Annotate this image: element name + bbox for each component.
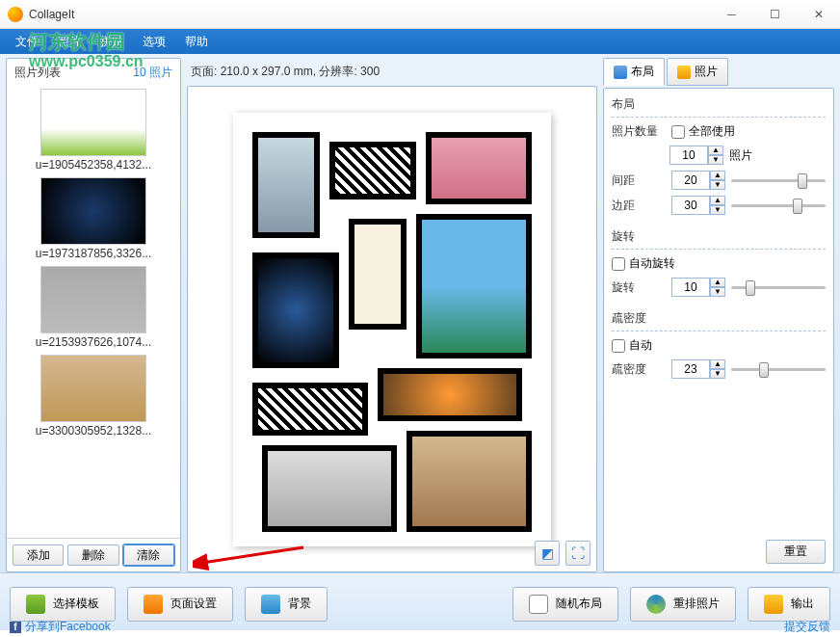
menu-options[interactable]: 选项 (133, 30, 175, 54)
rotate-stepper[interactable]: ▲▼ (671, 278, 725, 297)
collage-page[interactable] (233, 113, 551, 546)
section-sparse: 疏密度 (612, 310, 826, 327)
thumbnail-list[interactable]: u=1905452358,4132... u=1973187856,3326..… (7, 87, 180, 538)
menu-help[interactable]: 帮助 (175, 30, 218, 54)
thumbnail-image[interactable] (40, 355, 146, 422)
spacing-label: 间距 (612, 173, 666, 189)
facebook-icon: f (10, 622, 21, 633)
layout-icon (614, 66, 627, 79)
rearrange-button[interactable]: 重排照片 (630, 587, 736, 622)
thumbnail-caption: u=1905452358,4132... (11, 158, 176, 172)
close-button[interactable]: ✕ (797, 0, 840, 29)
margin-label: 边距 (612, 198, 666, 214)
menu-file[interactable]: 文件 (6, 30, 48, 54)
photo-list-title: 照片列表 (14, 65, 61, 81)
menu-photo[interactable]: 照片 (48, 30, 91, 54)
thumbnail-caption: u=1973187856,3326... (11, 247, 176, 260)
add-button[interactable]: 添加 (13, 544, 64, 566)
app-icon (8, 7, 23, 22)
clear-button[interactable]: 清除 (123, 544, 174, 566)
auto-sparse-checkbox[interactable] (612, 339, 625, 353)
page-icon (144, 595, 163, 614)
use-all-checkbox[interactable] (671, 125, 685, 139)
thumbnail-image[interactable] (40, 177, 146, 245)
photo-icon (677, 66, 691, 79)
spacing-slider[interactable] (731, 172, 826, 189)
sparse-stepper[interactable]: ▲▼ (671, 359, 725, 379)
menu-collage[interactable]: 拼贴 (91, 30, 133, 54)
share-facebook-link[interactable]: f分享到Facebook (10, 619, 111, 635)
window-title: CollageIt (29, 8, 710, 21)
thumbnail-caption: u=3300305952,1328... (11, 424, 176, 438)
template-icon (26, 595, 45, 614)
list-item[interactable]: u=3300305952,1328... (11, 355, 176, 438)
photo-count-label: 10 照片 (133, 65, 172, 81)
template-button[interactable]: 选择模板 (10, 587, 116, 622)
photo-count-stepper[interactable]: ▲▼ (669, 146, 723, 165)
sparse-label: 疏密度 (612, 361, 666, 378)
crop-tool-button[interactable]: ◩ (535, 541, 560, 566)
thumbnail-image[interactable] (40, 266, 146, 333)
spin-down-icon[interactable]: ▼ (708, 155, 723, 165)
margin-slider[interactable] (731, 197, 826, 214)
spin-up-icon[interactable]: ▲ (708, 146, 723, 155)
sparse-slider[interactable] (731, 360, 826, 378)
background-icon (261, 595, 280, 614)
output-button[interactable]: 输出 (748, 587, 830, 622)
page-setup-button[interactable]: 页面设置 (127, 587, 233, 622)
section-rotate: 旋转 (612, 228, 826, 245)
rotate-label: 旋转 (612, 279, 666, 296)
minimize-button[interactable]: ─ (710, 0, 753, 29)
delete-button[interactable]: 删除 (67, 544, 118, 566)
collage-canvas[interactable]: ◩ ⛶ (187, 86, 597, 572)
refresh-icon (646, 595, 666, 614)
auto-rotate-checkbox[interactable] (612, 257, 625, 271)
section-layout: 布局 (612, 96, 826, 113)
margin-stepper[interactable]: ▲▼ (671, 196, 725, 215)
list-item[interactable]: u=1905452358,4132... (11, 89, 176, 172)
page-info: 页面: 210.0 x 297.0 mm, 分辨率: 300 (187, 58, 597, 86)
photo-count-label: 照片数量 (612, 123, 666, 140)
properties-panel: 布局 照片数量 全部使用 ▲▼ 照片 间距 ▲▼ 边距 ▲▼ (603, 88, 834, 572)
maximize-button[interactable]: ☐ (753, 0, 797, 29)
fit-view-button[interactable]: ⛶ (565, 541, 591, 566)
thumbnail-image[interactable] (40, 89, 146, 156)
background-button[interactable]: 背景 (245, 587, 328, 622)
tab-layout[interactable]: 布局 (603, 58, 665, 86)
thumbnail-caption: u=2153937626,1074... (11, 335, 176, 349)
rotate-slider[interactable] (731, 279, 826, 296)
feedback-link[interactable]: 提交反馈 (784, 619, 830, 635)
spacing-stepper[interactable]: ▲▼ (671, 171, 725, 190)
export-icon (764, 595, 783, 614)
list-item[interactable]: u=1973187856,3326... (11, 177, 176, 260)
tab-photo[interactable]: 照片 (667, 58, 728, 86)
dice-icon (529, 595, 548, 614)
photo-list-panel: 照片列表 10 照片 u=1905452358,4132... u=197318… (6, 58, 181, 572)
list-item[interactable]: u=2153937626,1074... (11, 266, 176, 349)
reset-button[interactable]: 重置 (766, 540, 826, 564)
menubar: 文件 照片 拼贴 选项 帮助 (0, 29, 840, 54)
random-layout-button[interactable]: 随机布局 (512, 587, 618, 622)
